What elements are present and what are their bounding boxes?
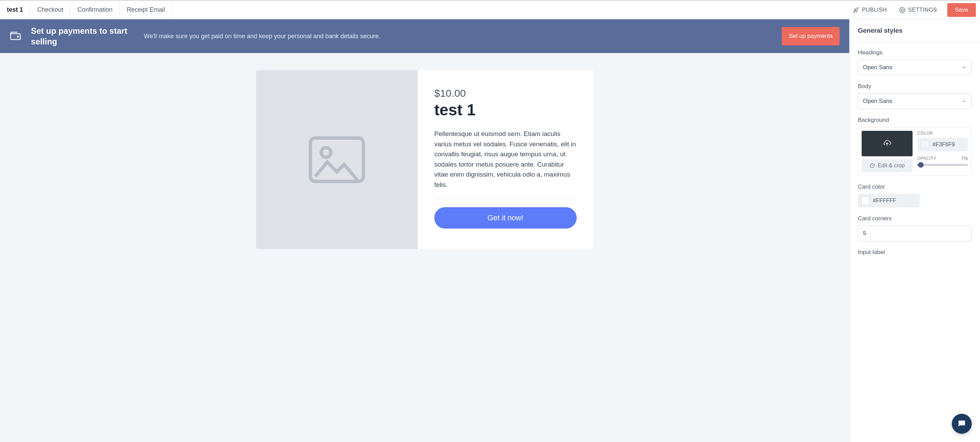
- product-card: $10.00 test 1 Pellentesque ut euismod se…: [418, 70, 593, 249]
- divider: [434, 199, 577, 199]
- card-color-swatch: [861, 196, 870, 205]
- topbar: test 1 Checkout Confirmation Receipt Ema…: [0, 1, 980, 19]
- settings-panel: General styles Headings Open Sans Body O…: [849, 19, 980, 442]
- product-title: test 1: [434, 101, 577, 119]
- settings-button[interactable]: SETTINGS: [894, 4, 942, 16]
- chevron-down-icon: [962, 65, 967, 70]
- banner-title: Set up payments to start selling: [31, 26, 134, 47]
- chat-widget[interactable]: [952, 414, 972, 434]
- banner-desc: We'll make sure you get paid on time and…: [144, 32, 772, 41]
- bg-color-swatch: [921, 140, 929, 149]
- headings-value: Open Sans: [863, 64, 892, 71]
- product-description: Pellentesque ut euismod sem. Etiam iacul…: [434, 129, 577, 190]
- preview-canvas: $10.00 test 1 Pellentesque ut euismod se…: [256, 70, 593, 249]
- card-corners-input[interactable]: [858, 225, 972, 241]
- cloud-upload-icon: [883, 140, 892, 147]
- background-upload[interactable]: [862, 131, 913, 156]
- opacity-label: OPACITY: [917, 156, 936, 161]
- card-color-label: Card color: [858, 184, 972, 190]
- chat-icon: [957, 419, 967, 429]
- save-button[interactable]: Save: [947, 3, 976, 17]
- chevron-down-icon: [962, 99, 967, 104]
- publish-label: PUBLISH: [862, 7, 887, 13]
- tab-receipt-email[interactable]: Receipt Email: [120, 1, 172, 19]
- tab-checkout[interactable]: Checkout: [30, 1, 70, 19]
- slider-thumb[interactable]: [918, 162, 924, 168]
- svg-point-4: [321, 148, 331, 157]
- topbar-actions: PUBLISH SETTINGS Save: [848, 1, 980, 19]
- svg-point-0: [902, 9, 903, 11]
- product-image-placeholder[interactable]: [256, 70, 418, 249]
- bg-color-input[interactable]: #F3F6F9: [917, 138, 968, 152]
- tab-test1[interactable]: test 1: [0, 1, 30, 19]
- opacity-value: 7%: [961, 156, 968, 161]
- body-label: Body: [858, 83, 972, 90]
- background-label: Background: [858, 117, 972, 124]
- tab-confirmation[interactable]: Confirmation: [70, 1, 120, 19]
- body-select[interactable]: Open Sans: [858, 93, 972, 109]
- image-icon: [308, 136, 366, 184]
- wallet-icon: [10, 30, 21, 42]
- cta-button[interactable]: Get it now!: [434, 207, 577, 228]
- gear-icon: [899, 7, 905, 13]
- edit-crop-label: Edit & crop: [878, 163, 905, 169]
- bg-color-value: #F3F6F9: [932, 142, 955, 148]
- card-corners-label: Card corners: [858, 215, 972, 222]
- svg-point-2: [17, 36, 18, 37]
- crop-icon: [870, 163, 875, 168]
- payments-banner: Set up payments to start selling We'll m…: [0, 19, 849, 53]
- card-color-value: #FFFFFF: [873, 198, 896, 204]
- input-label-label: Input label: [858, 249, 972, 256]
- opacity-slider[interactable]: [917, 164, 968, 166]
- bg-color-label: COLOR: [917, 131, 968, 136]
- edit-crop-button[interactable]: Edit & crop: [862, 159, 913, 172]
- tabs: test 1 Checkout Confirmation Receipt Ema…: [0, 1, 172, 19]
- publish-button[interactable]: PUBLISH: [848, 4, 892, 16]
- settings-label: SETTINGS: [908, 7, 937, 13]
- left-pane: Set up payments to start selling We'll m…: [0, 19, 849, 442]
- body-value: Open Sans: [863, 98, 892, 105]
- rocket-icon: [853, 7, 859, 13]
- headings-select[interactable]: Open Sans: [858, 59, 972, 75]
- panel-header: General styles: [850, 19, 980, 42]
- product-price: $10.00: [434, 88, 577, 99]
- background-section: Edit & crop COLOR #F3F6F9: [858, 127, 972, 176]
- card-color-input[interactable]: #FFFFFF: [858, 194, 920, 207]
- setup-payments-button[interactable]: Set up payments: [782, 27, 840, 45]
- headings-label: Headings: [858, 49, 972, 56]
